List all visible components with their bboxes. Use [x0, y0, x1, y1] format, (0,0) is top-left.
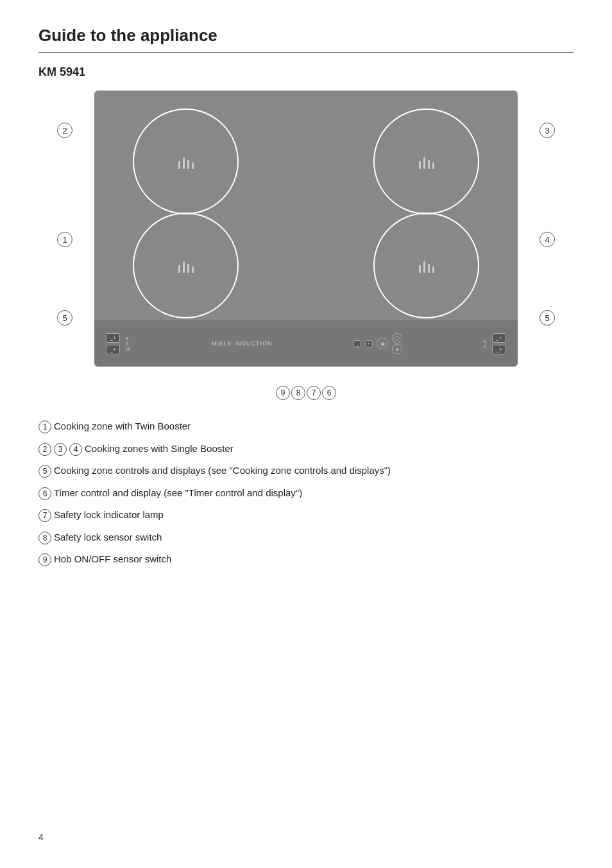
label-3: 3 [540, 123, 555, 138]
label-4: 4 [540, 232, 555, 247]
circ-4: 4 [69, 443, 82, 456]
zone-4 [373, 213, 479, 318]
zone-2-ticks [178, 155, 194, 169]
right-controls: B 0 ⎯+ ⎯+ [484, 333, 506, 354]
ctrl-btn-2: ⎯+ [106, 345, 120, 354]
tick [187, 264, 189, 273]
desc-text-9: Hob ON/OFF sensor switch [54, 552, 171, 567]
desc-item-1: 1 Cooking zone with Twin Booster [38, 419, 574, 434]
circ-1: 1 [38, 421, 51, 433]
badge-6: 6 [322, 386, 336, 400]
tick [419, 161, 421, 169]
tick [178, 265, 180, 273]
center-controls: ⎯ + ◉ ◯ ▲ [353, 333, 402, 354]
tick [419, 265, 421, 273]
circ-9: 9 [38, 553, 51, 566]
center-circle-1: ◉ [377, 338, 388, 349]
tick [187, 160, 189, 169]
model-title: KM 5941 [38, 65, 574, 79]
center-circle-3: ▲ [392, 344, 402, 354]
center-circle-2: ◯ [392, 333, 402, 343]
desc-text-1: Cooking zone with Twin Booster [54, 419, 191, 434]
desc-text-234: Cooking zones with Single Booster [85, 442, 234, 456]
zone-1-ticks [178, 259, 194, 273]
zone-3-ticks [419, 155, 434, 169]
desc-item-7: 7 Safety lock indicator lamp [38, 508, 574, 523]
badge-9: 9 [276, 386, 290, 400]
circ-6: 6 [38, 487, 51, 500]
tick [432, 162, 434, 169]
page-number: 4 [38, 832, 44, 842]
page-title: Guide to the appliance [38, 26, 574, 53]
desc-item-234: 2 3 4 Cooking zones with Single Booster [38, 442, 574, 456]
appliance-diagram: ⎯+ ⎯+ B 0 I/II MIELE INDUCTION ⎯ + ◉ [94, 91, 518, 367]
center-btn-minus: ⎯ [353, 340, 361, 347]
brand-text: MIELE INDUCTION [212, 340, 273, 347]
zone-3 [373, 108, 479, 214]
circ-7: 7 [38, 509, 51, 522]
label-5b: 5 [540, 310, 555, 326]
ctrl-btn-1: ⎯+ [106, 333, 120, 343]
description-list: 1 Cooking zone with Twin Booster 2 3 4 C… [38, 419, 574, 567]
tick [192, 162, 194, 169]
tick [428, 264, 430, 273]
desc-text-7: Safety lock indicator lamp [54, 508, 164, 523]
label-5a: 5 [57, 310, 72, 326]
circ-3: 3 [54, 443, 67, 456]
left-controls: ⎯+ ⎯+ B 0 I/II [106, 333, 130, 354]
desc-text-5: Cooking zone controls and displays (see … [54, 464, 391, 478]
tick [183, 157, 185, 169]
circ-2: 2 [38, 443, 51, 456]
tick [192, 266, 194, 273]
desc-text-6: Timer control and display (see "Timer co… [54, 486, 302, 501]
tick [432, 266, 434, 273]
control-panel: ⎯+ ⎯+ B 0 I/II MIELE INDUCTION ⎯ + ◉ [94, 320, 518, 367]
desc-text-8: Safety lock sensor switch [54, 530, 162, 545]
badge-7: 7 [307, 386, 321, 400]
circ-5: 5 [38, 465, 51, 478]
zone-1 [133, 213, 239, 318]
tick [423, 261, 425, 273]
tick [178, 161, 180, 169]
tick [183, 261, 185, 273]
zone-4-ticks [419, 259, 434, 273]
badge-8: 8 [291, 386, 305, 400]
zone-2 [133, 108, 239, 214]
tick [428, 160, 430, 169]
ctrl-btn-4: ⎯+ [492, 345, 506, 354]
ctrl-btn-3: ⎯+ [492, 333, 506, 343]
tick [423, 157, 425, 169]
desc-item-8: 8 Safety lock sensor switch [38, 530, 574, 545]
center-btn-plus: + [365, 340, 373, 347]
desc-item-9: 9 Hob ON/OFF sensor switch [38, 552, 574, 567]
circ-8: 8 [38, 532, 51, 544]
desc-item-5: 5 Cooking zone controls and displays (se… [38, 464, 574, 478]
desc-item-6: 6 Timer control and display (see "Timer … [38, 486, 574, 501]
label-2: 2 [57, 123, 72, 138]
label-1: 1 [57, 232, 72, 247]
